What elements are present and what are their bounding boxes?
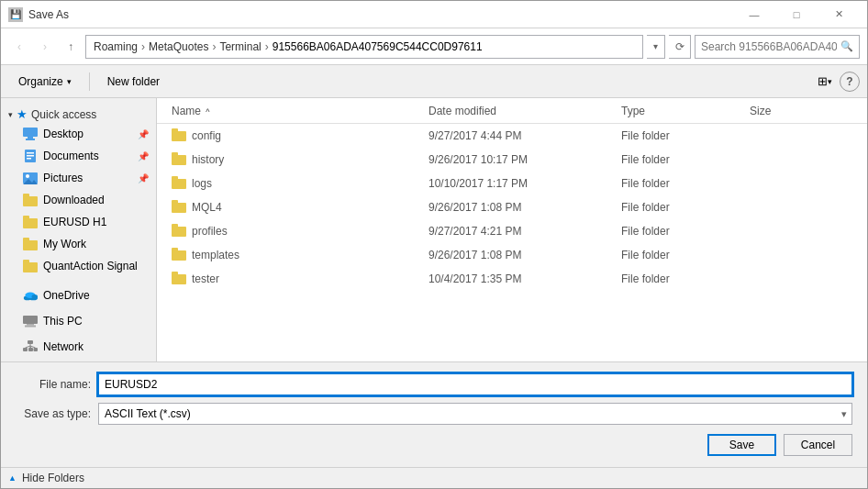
- bottom-bar: File name: Save as type: ASCII Text (*.c…: [1, 361, 867, 467]
- organize-button[interactable]: Organize ▾: [8, 71, 82, 93]
- svg-rect-0: [23, 128, 38, 137]
- column-headers: Name ^ Date modified Type Size: [157, 98, 867, 124]
- view-button[interactable]: ⊞ ▾: [814, 71, 836, 93]
- maximize-button[interactable]: □: [775, 1, 818, 28]
- sidebar-item-quantaction[interactable]: QuantAction Signal: [1, 255, 156, 277]
- sidebar-item-mywork[interactable]: My Work: [1, 233, 156, 255]
- eurusd-folder-icon: [23, 215, 38, 229]
- saveastype-label: Save as type:: [16, 407, 98, 420]
- sidebar-item-desktop[interactable]: Desktop 📌: [1, 123, 156, 145]
- sidebar-item-downloaded[interactable]: Downloaded: [1, 189, 156, 211]
- svg-rect-17: [28, 340, 33, 344]
- back-button[interactable]: ‹: [8, 36, 30, 58]
- path-terminal[interactable]: Terminal: [219, 40, 261, 53]
- help-button[interactable]: ?: [840, 72, 860, 92]
- file-folder-icon: [172, 152, 186, 168]
- table-row[interactable]: MQL4 9/26/2017 1:08 PM File folder: [157, 195, 867, 219]
- sidebar-item-label-documents: Documents: [43, 150, 99, 162]
- table-row[interactable]: profiles 9/27/2017 4:21 PM File folder: [157, 219, 867, 243]
- sidebar-item-label-mywork: My Work: [43, 238, 86, 250]
- network-icon: [23, 339, 38, 354]
- quantaction-folder-icon: [23, 259, 38, 273]
- downloaded-folder-icon: [23, 193, 38, 207]
- table-row[interactable]: config 9/27/2017 4:44 PM File folder: [157, 124, 867, 148]
- file-name-cell: tester: [172, 272, 428, 287]
- pin-icon-documents: 📌: [138, 151, 149, 161]
- search-icon[interactable]: 🔍: [840, 40, 853, 52]
- path-roaming[interactable]: Roaming: [94, 40, 138, 53]
- saveastype-select-wrapper: ASCII Text (*.csv) CSV (*.csv) All Files…: [98, 403, 852, 425]
- file-name-cell: history: [172, 152, 428, 168]
- col-header-size[interactable]: Size: [750, 105, 852, 117]
- file-type-cell: File folder: [621, 129, 750, 142]
- new-folder-button[interactable]: New folder: [97, 71, 170, 93]
- file-date-cell: 9/27/2017 4:21 PM: [428, 225, 621, 238]
- quick-access-star-icon: ★: [17, 107, 28, 121]
- refresh-button[interactable]: ⟳: [669, 35, 691, 59]
- window-icon: 💾: [8, 7, 23, 22]
- address-path[interactable]: Roaming › MetaQuotes › Terminal › 915566…: [85, 35, 643, 59]
- filename-input[interactable]: [98, 373, 852, 395]
- hide-folders-arrow-icon: ▲: [8, 473, 17, 483]
- cancel-button[interactable]: Cancel: [784, 434, 852, 456]
- file-date-cell: 9/26/2017 10:17 PM: [428, 153, 621, 166]
- file-folder-icon: [172, 248, 186, 263]
- search-input[interactable]: [701, 40, 837, 53]
- sidebar-item-thispc[interactable]: This PC: [1, 310, 156, 332]
- titlebar-left: 💾 Save As: [8, 7, 69, 22]
- table-row[interactable]: templates 9/26/2017 1:08 PM File folder: [157, 243, 867, 267]
- sidebar-item-label-thispc: This PC: [43, 315, 83, 328]
- svg-rect-16: [25, 326, 36, 328]
- sidebar-item-onedrive[interactable]: OneDrive: [1, 284, 156, 306]
- onedrive-icon: [23, 288, 38, 303]
- svg-rect-19: [28, 348, 33, 351]
- col-header-name[interactable]: Name ^: [172, 105, 428, 117]
- forward-button[interactable]: ›: [34, 36, 56, 58]
- filename-row: File name:: [1, 370, 867, 399]
- pin-icon-pictures: 📌: [138, 173, 149, 183]
- file-type-cell: File folder: [621, 249, 750, 261]
- col-header-date[interactable]: Date modified: [428, 105, 621, 117]
- address-bar: ‹ › ↑ Roaming › MetaQuotes › Terminal › …: [1, 28, 867, 65]
- file-type-cell: File folder: [621, 225, 750, 238]
- sidebar-item-eurusd[interactable]: EURUSD H1: [1, 211, 156, 233]
- minimize-button[interactable]: —: [733, 1, 775, 28]
- file-type-cell: File folder: [621, 272, 750, 285]
- address-dropdown-button[interactable]: ▾: [647, 35, 665, 59]
- svg-rect-1: [28, 137, 33, 139]
- table-row[interactable]: tester 10/4/2017 1:35 PM File folder: [157, 267, 867, 291]
- col-header-type[interactable]: Type: [621, 105, 750, 117]
- organize-label: Organize: [18, 75, 63, 88]
- pin-icon-desktop: 📌: [138, 129, 149, 139]
- file-date-cell: 10/4/2017 1:35 PM: [428, 272, 621, 285]
- sidebar-item-label-downloaded: Downloaded: [43, 194, 105, 206]
- titlebar-controls: — □ ✕: [733, 1, 860, 28]
- file-name-cell: templates: [172, 248, 428, 263]
- close-button[interactable]: ✕: [818, 1, 860, 28]
- sort-arrow-icon: ^: [206, 107, 209, 117]
- save-as-dialog: 💾 Save As — □ ✕ ‹ › ↑ Roaming › MetaQuot…: [0, 0, 868, 489]
- svg-rect-2: [26, 139, 35, 140]
- file-date-cell: 9/26/2017 1:08 PM: [428, 201, 621, 214]
- file-name-label: history: [192, 153, 224, 166]
- up-button[interactable]: ↑: [60, 36, 82, 58]
- table-row[interactable]: history 9/26/2017 10:17 PM File folder: [157, 148, 867, 172]
- documents-icon: [23, 149, 38, 163]
- pictures-icon: [23, 171, 38, 185]
- save-button[interactable]: Save: [707, 434, 776, 456]
- main-area: ▾ ★ Quick access Desktop 📌 Documents 📌: [1, 98, 867, 361]
- sidebar-section-quick-access[interactable]: ▾ ★ Quick access: [1, 102, 156, 123]
- sidebar-item-pictures[interactable]: Pictures 📌: [1, 167, 156, 189]
- mywork-folder-icon: [23, 237, 38, 251]
- sidebar-item-documents[interactable]: Documents 📌: [1, 145, 156, 167]
- saveastype-select[interactable]: ASCII Text (*.csv) CSV (*.csv) All Files…: [98, 403, 852, 425]
- path-current[interactable]: 915566BA06ADA407569C544CC0D97611: [273, 40, 483, 53]
- path-metaquotes[interactable]: MetaQuotes: [149, 40, 208, 53]
- quick-access-label: Quick access: [31, 108, 96, 121]
- hide-folders-label: Hide Folders: [22, 472, 84, 484]
- sidebar-item-network[interactable]: Network: [1, 336, 156, 358]
- file-rows: config 9/27/2017 4:44 PM File folder his…: [157, 124, 867, 291]
- table-row[interactable]: logs 10/10/2017 1:17 PM File folder: [157, 172, 867, 195]
- toolbar-right: ⊞ ▾ ?: [814, 71, 860, 93]
- hide-folders-bar[interactable]: ▲ Hide Folders: [1, 467, 867, 488]
